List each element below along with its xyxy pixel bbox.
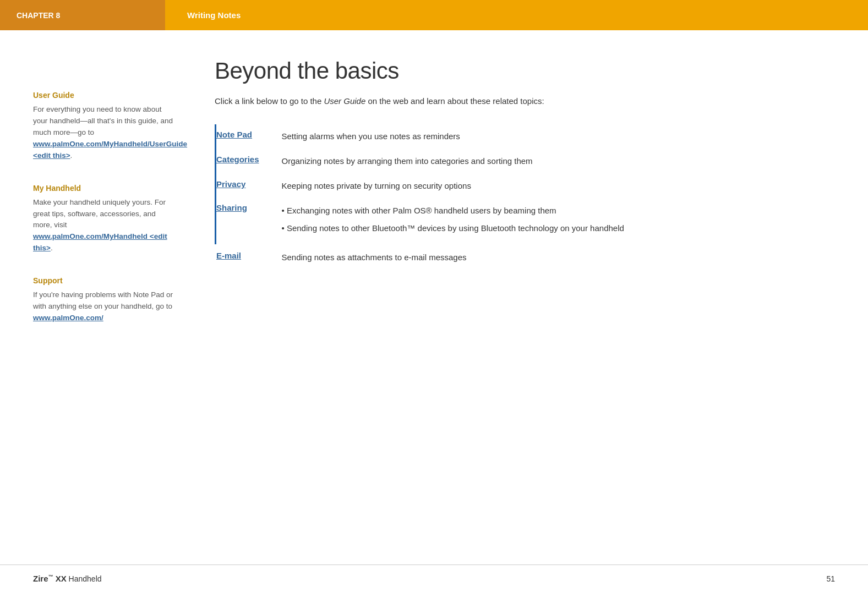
section-title: Writing Notes xyxy=(165,10,241,20)
privacy-link[interactable]: Privacy xyxy=(216,179,245,189)
sidebar-support: Support If you're having problems with N… xyxy=(33,276,176,324)
table-row: Note Pad Setting alarms when you use not… xyxy=(216,124,834,148)
support-title: Support xyxy=(33,276,176,285)
content-area: Beyond the basics Click a link below to … xyxy=(193,58,835,346)
topic-desc: Setting alarms when you use notes as rem… xyxy=(282,124,834,148)
topic-link-cell: Categories xyxy=(216,148,282,173)
my-handheld-link[interactable]: www.palmOne.com/MyHandheld <edit this> xyxy=(33,232,167,252)
topics-table: Note Pad Setting alarms when you use not… xyxy=(215,124,835,270)
support-body: If you're having problems with Note Pad … xyxy=(33,289,176,324)
topic-desc: Exchanging notes with other Palm OS® han… xyxy=(282,198,834,244)
header-bar: CHAPTER 8 Writing Notes xyxy=(0,0,868,30)
table-row: E-mail Sending notes as attachments to e… xyxy=(216,244,834,269)
footer: Zire™ XX Handheld 51 xyxy=(0,564,868,592)
intro-text: Click a link below to go to the User Gui… xyxy=(215,95,835,108)
main-layout: User Guide For everything you need to kn… xyxy=(0,30,868,379)
footer-brand: Zire™ XX Handheld xyxy=(33,574,102,583)
sidebar-my-handheld: My Handheld Make your handheld uniquely … xyxy=(33,184,176,255)
topic-link-cell: E-mail xyxy=(216,244,282,269)
topic-desc: Keeping notes private by turning on secu… xyxy=(282,173,834,198)
topic-link-cell: Privacy xyxy=(216,173,282,198)
list-item: Exchanging notes with other Palm OS® han… xyxy=(282,204,826,217)
topic-desc: Sending notes as attachments to e-mail m… xyxy=(282,244,834,269)
list-item: Sending notes to other Bluetooth™ device… xyxy=(282,222,826,234)
chapter-label: CHAPTER 8 xyxy=(0,0,165,30)
sidebar-user-guide: User Guide For everything you need to kn… xyxy=(33,91,176,162)
page-title: Beyond the basics xyxy=(215,58,835,84)
email-link[interactable]: E-mail xyxy=(216,251,241,260)
topic-link-cell: Note Pad xyxy=(216,124,282,148)
table-row: Categories Organizing notes by arranging… xyxy=(216,148,834,173)
user-guide-body: For everything you need to know about yo… xyxy=(33,104,176,162)
support-link[interactable]: www.palmOne.com/ xyxy=(33,314,103,322)
note-pad-link[interactable]: Note Pad xyxy=(216,130,252,139)
user-guide-title: User Guide xyxy=(33,91,176,100)
my-handheld-body: Make your handheld uniquely yours. For g… xyxy=(33,197,176,255)
user-guide-link[interactable]: www.palmOne.com/MyHandheld/UserGuide <ed… xyxy=(33,140,187,160)
table-row: Sharing Exchanging notes with other Palm… xyxy=(216,198,834,244)
categories-link[interactable]: Categories xyxy=(216,155,259,164)
sidebar: User Guide For everything you need to kn… xyxy=(33,58,193,346)
sharing-bullets: Exchanging notes with other Palm OS® han… xyxy=(282,204,826,234)
topic-desc: Organizing notes by arranging them into … xyxy=(282,148,834,173)
chapter-number: CHAPTER 8 xyxy=(17,11,60,20)
my-handheld-title: My Handheld xyxy=(33,184,176,193)
table-row: Privacy Keeping notes private by turning… xyxy=(216,173,834,198)
topic-link-cell: Sharing xyxy=(216,198,282,244)
footer-page-number: 51 xyxy=(826,574,835,583)
sharing-link[interactable]: Sharing xyxy=(216,203,247,212)
